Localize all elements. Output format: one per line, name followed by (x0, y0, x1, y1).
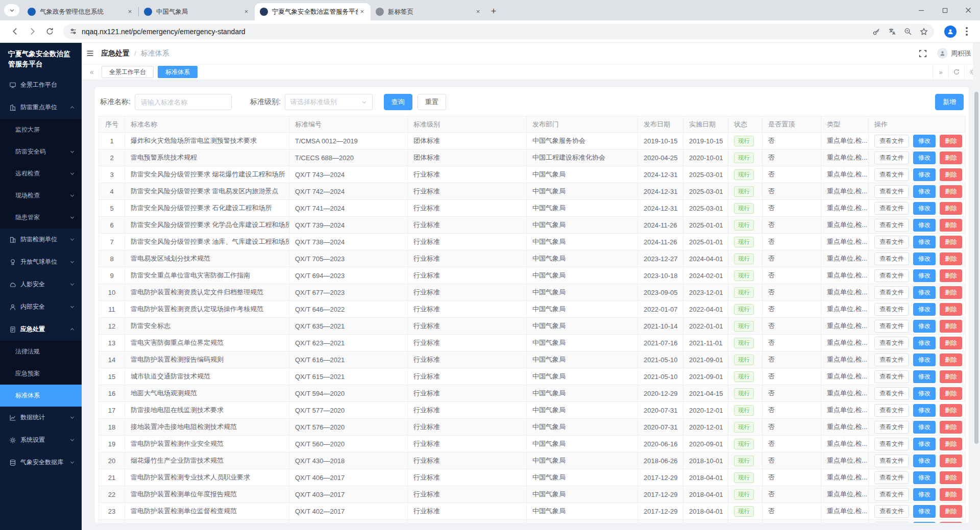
view-file-button[interactable]: 查看文件 (874, 236, 909, 248)
view-file-button[interactable]: 查看文件 (874, 438, 909, 450)
sidebar-item-remote-inspection[interactable]: 远程检查 (0, 163, 82, 185)
edit-button[interactable]: 修改 (913, 168, 936, 181)
view-file-button[interactable]: 查看文件 (874, 505, 909, 518)
edit-button[interactable]: 修改 (913, 303, 936, 316)
view-file-button[interactable]: 查看文件 (874, 303, 909, 316)
sidebar-item-data-statistics[interactable]: 数据统计 (0, 407, 82, 429)
view-file-button[interactable]: 查看文件 (874, 404, 909, 417)
tab-search-button[interactable] (4, 4, 19, 16)
view-file-button[interactable]: 查看文件 (874, 286, 909, 299)
edit-button[interactable]: 修改 (913, 387, 936, 400)
sidebar-item-emergency-response[interactable]: 应急处置 (0, 318, 82, 341)
sidebar-item-weather-modification-safety[interactable]: 人影安全 (0, 273, 82, 296)
view-file-button[interactable]: 查看文件 (874, 168, 909, 181)
delete-button[interactable]: 删除 (940, 387, 962, 400)
password-key-icon[interactable] (872, 28, 880, 36)
edit-button[interactable]: 修改 (913, 354, 936, 366)
sidebar-item-lightning-detection-units[interactable]: 防雷检测单位 (0, 229, 82, 251)
edit-button[interactable]: 修改 (913, 370, 936, 383)
delete-button[interactable]: 删除 (940, 202, 962, 215)
edit-button[interactable]: 修改 (913, 471, 936, 484)
sidebar-item-weather-safety-database[interactable]: 气象安全数据库 (0, 451, 82, 474)
view-file-button[interactable]: 查看文件 (874, 219, 909, 232)
add-button[interactable]: 新增 (935, 94, 964, 110)
view-file-button[interactable]: 查看文件 (874, 320, 909, 333)
bookmark-star-icon[interactable] (920, 28, 928, 36)
browser-profile-avatar[interactable] (944, 26, 957, 38)
fullscreen-icon[interactable] (919, 49, 927, 58)
edit-button[interactable]: 修改 (913, 202, 936, 215)
back-button[interactable] (8, 24, 22, 39)
delete-button[interactable]: 删除 (940, 286, 962, 299)
browser-tab-4[interactable]: 新标签页× (371, 3, 486, 20)
edit-button[interactable]: 修改 (913, 337, 936, 349)
view-file-button[interactable]: 查看文件 (874, 202, 909, 215)
edit-button[interactable]: 修改 (913, 236, 936, 248)
view-file-button[interactable]: 查看文件 (874, 135, 909, 147)
delete-button[interactable]: 删除 (940, 404, 962, 417)
maximize-button[interactable] (933, 0, 957, 20)
edit-button[interactable]: 修改 (913, 152, 936, 164)
user-name[interactable]: 周积强 (951, 49, 971, 58)
view-file-button[interactable]: 查看文件 (874, 185, 909, 198)
sidebar-item-standard-system[interactable]: 标准体系 (0, 385, 82, 407)
edit-button[interactable]: 修改 (913, 438, 936, 450)
user-avatar-icon[interactable] (937, 48, 948, 59)
view-file-button[interactable]: 查看文件 (874, 354, 909, 366)
delete-button[interactable]: 删除 (940, 337, 962, 349)
tab-close-icon[interactable]: × (358, 8, 366, 16)
search-button[interactable]: 查询 (384, 94, 412, 110)
translate-icon[interactable] (888, 28, 896, 36)
tab-close-icon[interactable]: × (474, 8, 482, 16)
tabs-scroll-left-icon[interactable]: « (86, 68, 97, 76)
new-tab-button[interactable]: + (486, 4, 501, 18)
delete-button[interactable]: 删除 (940, 488, 962, 501)
site-settings-icon[interactable] (69, 28, 77, 35)
sidebar-item-hazard-manager[interactable]: 隐患管家 (0, 207, 82, 229)
url-text[interactable]: nqaq.nx121.net/pc/emergency/emergency-st… (82, 28, 246, 36)
sidebar-item-internal-safety[interactable]: 内部安全 (0, 296, 82, 318)
delete-button[interactable]: 删除 (940, 269, 962, 282)
view-file-button[interactable]: 查看文件 (874, 421, 909, 434)
breadcrumb-parent[interactable]: 应急处置 (101, 49, 130, 58)
delete-button[interactable]: 删除 (940, 320, 962, 333)
edit-button[interactable]: 修改 (913, 253, 936, 265)
sidebar-item-lightning-key-units[interactable]: 防雷重点单位 (0, 96, 82, 119)
delete-button[interactable]: 删除 (940, 152, 962, 164)
edit-button[interactable]: 修改 (913, 219, 936, 232)
browser-menu-icon[interactable] (962, 27, 972, 36)
delete-button[interactable]: 删除 (940, 168, 962, 181)
tab-close-icon[interactable]: × (126, 8, 134, 16)
view-file-button[interactable]: 查看文件 (874, 370, 909, 383)
close-button[interactable] (957, 0, 980, 20)
delete-button[interactable]: 删除 (940, 219, 962, 232)
delete-button[interactable]: 删除 (940, 185, 962, 198)
view-file-button[interactable]: 查看文件 (874, 455, 909, 467)
sidebar-item-system-settings[interactable]: 系统设置 (0, 429, 82, 451)
menu-fold-icon[interactable] (86, 49, 94, 57)
reset-button[interactable]: 重置 (418, 94, 446, 110)
browser-tab-1[interactable]: 气象政务管理信息系统× (22, 3, 138, 20)
delete-button[interactable]: 删除 (940, 455, 962, 467)
delete-button[interactable]: 删除 (940, 438, 962, 450)
delete-button[interactable]: 删除 (940, 421, 962, 434)
sidebar-item-onsite-inspection[interactable]: 现场检查 (0, 185, 82, 207)
sidebar-item-laws-regulations[interactable]: 法律法规 (0, 341, 82, 363)
standard-level-select[interactable]: 请选择标准级别 (285, 94, 373, 110)
edit-button[interactable]: 修改 (913, 286, 936, 299)
tab-close-icon[interactable]: × (242, 8, 251, 16)
minimize-button[interactable] (910, 0, 933, 20)
delete-button[interactable]: 删除 (940, 370, 962, 383)
url-bar[interactable]: nqaq.nx121.net/pc/emergency/emergency-st… (63, 24, 934, 39)
browser-tab-2[interactable]: 中国气象局× (139, 3, 255, 20)
delete-button[interactable]: 删除 (940, 236, 962, 248)
delete-button[interactable]: 删除 (940, 253, 962, 265)
reload-button[interactable] (42, 24, 57, 39)
sidebar-item-emergency-plans[interactable]: 应急预案 (0, 363, 82, 385)
sidebar-item-panorama[interactable]: 全景工作平台 (0, 74, 82, 96)
edit-button[interactable]: 修改 (913, 522, 936, 523)
view-file-button[interactable]: 查看文件 (874, 387, 909, 400)
edit-button[interactable]: 修改 (913, 455, 936, 467)
edit-button[interactable]: 修改 (913, 135, 936, 147)
edit-button[interactable]: 修改 (913, 421, 936, 434)
